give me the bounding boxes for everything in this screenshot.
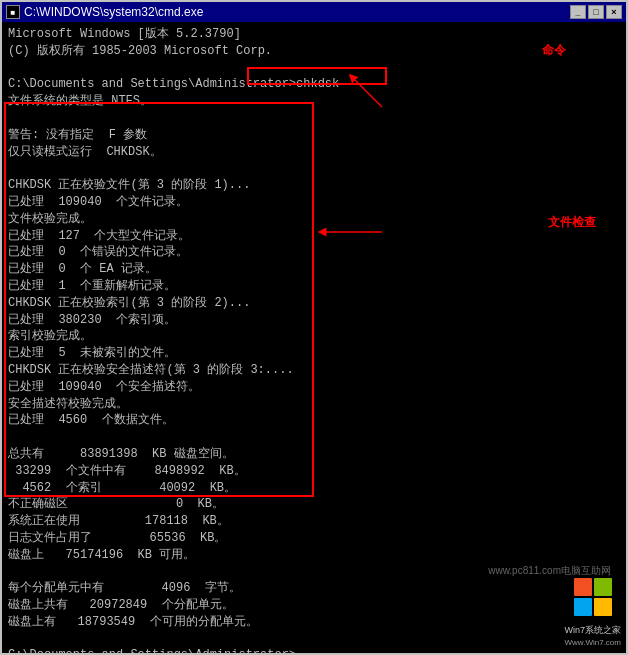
window-icon: ■ <box>6 5 20 19</box>
win7-brand: Win7系统之家 <box>564 624 621 637</box>
svg-rect-2 <box>574 578 592 596</box>
win7-logo-icon <box>572 576 614 618</box>
maximize-button[interactable]: □ <box>588 5 604 19</box>
console-text: Microsoft Windows [版本 5.2.3790] (C) 版权所有… <box>8 26 620 653</box>
svg-rect-4 <box>574 598 592 616</box>
minimize-button[interactable]: _ <box>570 5 586 19</box>
command-arrow <box>302 52 422 112</box>
command-annotation: 命令 <box>542 42 566 59</box>
window-controls[interactable]: _ □ × <box>570 5 622 19</box>
title-bar: ■ C:\WINDOWS\system32\cmd.exe _ □ × <box>2 2 626 22</box>
svg-rect-5 <box>594 598 612 616</box>
svg-rect-3 <box>594 578 612 596</box>
svg-line-0 <box>352 77 382 107</box>
close-button[interactable]: × <box>606 5 622 19</box>
win7-logo-area: Win7系统之家 Www.Win7.com <box>564 576 621 648</box>
window-title: C:\WINDOWS\system32\cmd.exe <box>24 5 203 19</box>
file-check-annotation: 文件检查 <box>548 214 596 231</box>
win7-url: Www.Win7.com <box>564 637 621 648</box>
cmd-window: ■ C:\WINDOWS\system32\cmd.exe _ □ × Micr… <box>0 0 628 655</box>
console-output: Microsoft Windows [版本 5.2.3790] (C) 版权所有… <box>2 22 626 653</box>
file-check-arrow <box>302 202 432 262</box>
